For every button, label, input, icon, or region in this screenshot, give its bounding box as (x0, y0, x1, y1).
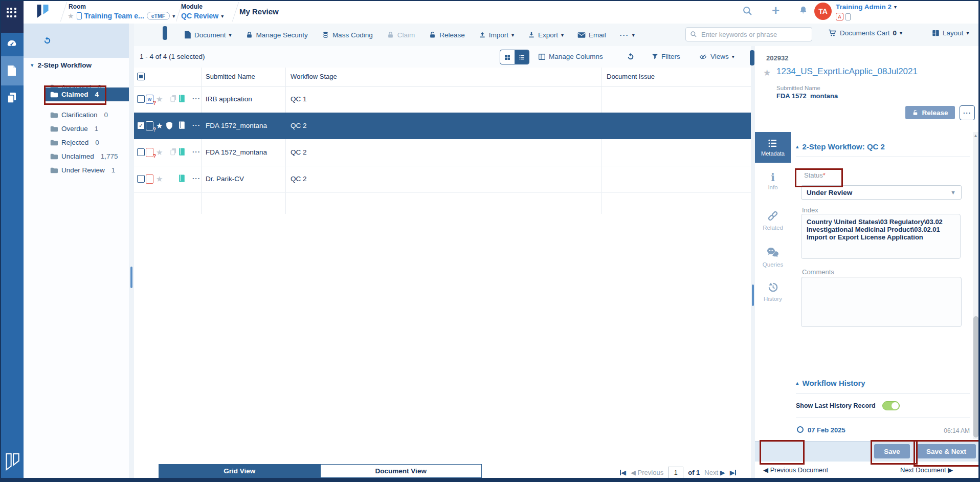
cell-submitted-name[interactable]: FDA 1572_montana (206, 122, 267, 129)
panel-divider[interactable] (751, 46, 755, 478)
sidebar-folder-rejected[interactable]: Rejected0 (24, 136, 129, 149)
workflow-history-header[interactable]: ▴ Workflow History (796, 379, 865, 387)
claim-button[interactable]: Claim (387, 31, 415, 39)
user-name[interactable]: Training Admin 2 (836, 3, 892, 11)
module-selector[interactable]: QC Review ▾ (181, 12, 224, 20)
table-row-selected[interactable]: ✓ ? ★ ··· FDA 1572_montana QC 2 (134, 113, 751, 139)
tab-metadata-active[interactable]: Metadata (755, 132, 791, 163)
column-submitted-name[interactable]: Submitted Name (206, 73, 255, 80)
sidebar-scrollbar[interactable] (129, 24, 134, 478)
log-book-icon[interactable] (178, 121, 185, 131)
next-page-button[interactable]: Next ▶ (704, 469, 725, 476)
documents-cart-button[interactable]: Documents Cart 0 ▾ (829, 29, 902, 37)
copies-icon[interactable] (170, 95, 177, 104)
row-actions-menu[interactable]: ··· (192, 174, 201, 182)
column-workflow-stage[interactable]: Workflow Stage (291, 73, 337, 80)
sidebar-folder-under-review[interactable]: Under Review1 (24, 163, 129, 177)
tab-my-review[interactable]: My Review (239, 7, 279, 16)
more-document-actions[interactable]: ··· (960, 105, 975, 120)
document-view-tab[interactable]: Document View (320, 465, 482, 477)
next-document-link[interactable]: Next Document ▶ (900, 466, 953, 474)
cell-submitted-name[interactable]: Dr. Parik-CV (206, 175, 244, 183)
notifications-bell-icon[interactable] (798, 5, 809, 18)
room-selector[interactable]: ★ Training Team e... eTMF ▾ (68, 12, 175, 20)
import-button[interactable]: Import▾ (479, 31, 514, 39)
layout-button[interactable]: Layout▾ (932, 29, 969, 37)
last-page-icon[interactable]: ▶ (730, 469, 736, 476)
release-button[interactable]: Release (429, 31, 465, 39)
views-button[interactable]: Views▾ (699, 50, 734, 63)
table-row[interactable]: W? ★ ··· IRB application QC 1 (134, 86, 751, 113)
sidebar-folder-overdue[interactable]: Overdue1 (24, 122, 129, 136)
thumbnail-view-button[interactable] (500, 50, 515, 64)
show-last-history-toggle[interactable] (882, 401, 900, 410)
caret-down-icon[interactable]: ▾ (31, 62, 34, 69)
documents-nav-active[interactable] (0, 56, 24, 85)
scroll-up-arrow[interactable]: ▲ (973, 133, 978, 138)
filters-button[interactable]: Filters (652, 50, 680, 63)
user-avatar[interactable]: TA (814, 3, 832, 20)
table-row[interactable]: ★ ··· Dr. Parik-CV QC 2 (134, 166, 751, 193)
sidebar-folder-unclaimed[interactable]: Unclaimed1,775 (24, 149, 129, 163)
previous-page-button[interactable]: ◀ Previous (631, 469, 663, 476)
mass-coding-button[interactable]: Mass Coding (322, 31, 373, 39)
sidebar-divider-grip[interactable] (130, 267, 132, 288)
word-file-icon[interactable]: W? (146, 95, 153, 104)
pane-resize-handle[interactable] (163, 26, 167, 40)
previous-document-link[interactable]: ◀ Previous Document (763, 466, 828, 474)
cell-submitted-name[interactable]: FDA 1572_montana (206, 148, 267, 156)
refresh-icon[interactable] (43, 36, 52, 45)
scrollbar-thumb[interactable] (973, 316, 978, 437)
room-favorite-star-icon[interactable]: ★ (68, 12, 74, 20)
user-menu[interactable]: Training Admin 2 ▾ (836, 3, 897, 11)
search-input[interactable] (700, 30, 808, 39)
pdf-file-icon[interactable]: ? (146, 121, 153, 130)
row-checkbox-checked[interactable]: ✓ (137, 122, 145, 129)
favorite-star-icon[interactable]: ★ (156, 174, 163, 184)
vault-logo[interactable] (36, 4, 50, 21)
tab-history[interactable]: History (755, 281, 791, 302)
collapse-icon[interactable]: ▴ (796, 380, 799, 386)
refresh-list-button[interactable] (627, 50, 635, 63)
favorite-star-icon[interactable]: ★ (763, 68, 771, 78)
save-next-button[interactable]: Save & Next (917, 444, 976, 458)
pdf-file-icon[interactable] (146, 174, 153, 184)
select-all-checkbox[interactable] (137, 73, 145, 80)
comments-textarea[interactable] (801, 277, 962, 327)
email-button[interactable]: Email (577, 31, 606, 39)
shield-icon[interactable] (166, 121, 173, 132)
room-name[interactable]: Training Team e... (84, 12, 144, 20)
collapse-icon[interactable]: ▴ (796, 143, 799, 150)
pdf-file-icon[interactable]: ? (146, 148, 153, 157)
column-document-issue[interactable]: Document Issue (607, 73, 655, 80)
first-page-icon[interactable]: ◀ (620, 469, 626, 476)
document-copies-icon[interactable] (6, 92, 17, 106)
favorite-star-icon[interactable]: ★ (156, 148, 163, 157)
document-menu-button[interactable]: Document▾ (184, 31, 232, 39)
app-launcher-button[interactable] (0, 0, 24, 33)
more-actions-button[interactable]: ··· ▾ (620, 31, 635, 39)
tab-related[interactable]: Related (755, 210, 791, 231)
grid-view-tab[interactable]: Grid View (159, 465, 320, 477)
export-button[interactable]: Export▾ (528, 31, 564, 39)
status-select[interactable]: Under Review ▼ (801, 185, 962, 200)
release-document-button[interactable]: Release (905, 106, 955, 119)
favorite-star-icon[interactable]: ★ (156, 121, 163, 130)
copies-icon[interactable] (170, 148, 177, 158)
sidebar-folder-clarification[interactable]: Clarification0 (24, 108, 129, 122)
log-book-icon[interactable] (178, 174, 185, 184)
manage-columns-button[interactable]: Manage Columns (538, 50, 603, 63)
tab-queries[interactable]: Queries (755, 247, 791, 268)
page-number-input[interactable] (668, 467, 683, 478)
history-record-date[interactable]: 07 Feb 2025 (808, 426, 845, 434)
document-title-link[interactable]: 1234_US_ExprtLicApplic_08Jul2021 (776, 67, 918, 77)
tab-info[interactable]: i Info (755, 172, 791, 190)
favorite-star-icon[interactable]: ★ (156, 95, 163, 104)
panel-resize-handle[interactable] (750, 50, 754, 65)
manage-security-button[interactable]: Manage Security (246, 31, 308, 39)
log-book-icon[interactable] (178, 147, 185, 158)
list-view-button[interactable] (515, 50, 529, 64)
row-actions-menu[interactable]: ··· (192, 95, 201, 102)
row-checkbox[interactable] (137, 148, 145, 156)
panel-divider-grip[interactable] (752, 284, 754, 306)
